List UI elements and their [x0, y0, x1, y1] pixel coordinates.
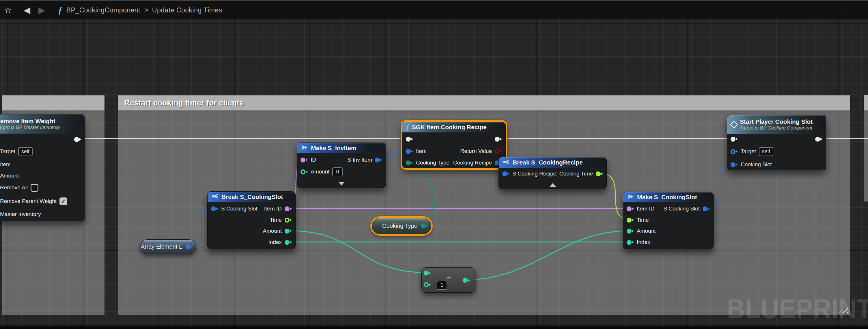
pin-tail-icon [411, 138, 413, 140]
pin-exec[interactable] [495, 137, 502, 142]
pin-s-cooking-slot[interactable] [211, 207, 218, 211]
wire[interactable] [465, 231, 630, 280]
node-start-player-cooking-slot[interactable]: Start Player Cooking SlotTarget is BP Co… [727, 115, 826, 170]
node-sgk-item-cooking-recipe[interactable]: fSGK Item Cooking RecipeItemReturn Value… [402, 122, 506, 168]
wire[interactable] [408, 162, 434, 226]
node-int-subtract[interactable]: 1 [422, 268, 475, 293]
collapse-down-icon[interactable] [338, 182, 345, 186]
node-subtitle: Target is BP Master Inventory [0, 125, 60, 130]
pin-time[interactable] [627, 218, 634, 223]
pin-s-inv-item[interactable] [375, 158, 382, 163]
toolbar-divider [18, 4, 18, 17]
node-remove-item-weight[interactable]: fRemove Item WeightTarget is BP Master I… [0, 114, 85, 221]
pin-value-box[interactable]: self [759, 147, 773, 156]
function-icon: f [406, 123, 409, 132]
pin-circle-icon [406, 161, 411, 165]
pin-tail-icon [429, 283, 431, 286]
pin-circle-icon [463, 278, 468, 283]
pin-item[interactable] [406, 149, 413, 154]
pin-row: Targetself [727, 146, 826, 157]
favorite-star-icon[interactable]: ☆ [0, 1, 16, 19]
pin-label: Remove All [0, 185, 28, 191]
node-break-s-cookingslot[interactable]: Break S_CookingSlotS Cooking SlotItem ID… [207, 191, 296, 249]
pin-cooking-time[interactable] [596, 171, 603, 176]
variable-pill-cooking-type[interactable]: Cooking Type [372, 218, 431, 234]
pin-circle-icon [421, 223, 426, 228]
pin-target[interactable] [731, 149, 738, 154]
pin-item-id[interactable] [627, 207, 634, 211]
pin-tail-icon [306, 170, 308, 173]
variable-pill-array-element[interactable]: Array Element L [140, 239, 196, 254]
pin-value-box[interactable]: self [18, 147, 33, 156]
pin-label: Amount [311, 168, 329, 175]
pin-label: Item ID [264, 205, 282, 212]
pin-circle-icon [424, 271, 429, 275]
pin-tail-icon [411, 161, 413, 164]
node-title: Make S_CookingSlot [637, 194, 697, 201]
pin-time[interactable] [285, 218, 292, 223]
pin-row: ItemReturn Value [402, 146, 505, 156]
pin-row: Remove Parent Weight✓ [0, 196, 85, 206]
forward-arrow-icon[interactable]: ▶ [34, 1, 49, 19]
pin-value-box[interactable]: 0 [332, 167, 343, 176]
pin-index[interactable] [285, 240, 292, 245]
pin-tail-icon [820, 138, 823, 140]
pin-tail-icon [601, 172, 603, 175]
pin-id[interactable] [301, 158, 308, 163]
pin-circle-icon [731, 137, 736, 142]
blueprint-graph-canvas[interactable]: Restart cooking timer for clientsfRemove… [0, 0, 868, 329]
wire[interactable] [289, 231, 427, 273]
pin-tail-icon [290, 229, 292, 232]
pin-tail-icon [290, 241, 292, 244]
pin-label: Return Value [460, 148, 492, 155]
pin-subtract-input-b[interactable] [424, 282, 431, 287]
node-header: Break S_CookingSlot [208, 192, 295, 202]
pin-array-element-l[interactable] [186, 244, 193, 249]
pin-label: Time [637, 217, 649, 223]
collapse-up-icon[interactable] [550, 183, 556, 187]
checkbox-unchecked[interactable] [31, 184, 38, 192]
pin-circle-icon [731, 149, 736, 154]
pin-row: Index [623, 237, 713, 247]
minus-operator-icon [446, 277, 451, 278]
node-make-s-invitem[interactable]: Make S_InvItemIDS Inv ItemAmount0 [297, 142, 386, 188]
pin-cooking-type[interactable] [421, 223, 428, 228]
pin-amount[interactable] [301, 169, 308, 174]
pin-circle-icon [301, 158, 305, 163]
pin-cooking-type[interactable] [406, 161, 413, 165]
node-make-s-cookingslot[interactable]: Make S_CookingSlotItem IDS Cooking SlotT… [623, 192, 714, 249]
pin-exec[interactable] [731, 137, 738, 142]
pin-return-value[interactable] [495, 149, 502, 154]
breadcrumb-root[interactable]: BP_CookingComponent [66, 6, 140, 14]
break-struct-icon [503, 159, 510, 166]
checkbox-checked[interactable]: ✓ [59, 197, 67, 205]
back-arrow-icon[interactable]: ◀ [20, 1, 34, 19]
pin-exec[interactable] [815, 137, 823, 142]
pin-subtract-output[interactable] [463, 278, 470, 283]
pin-circle-icon [596, 171, 601, 176]
breadcrumb-current[interactable]: Update Cooking Times [152, 6, 222, 14]
pill-label: Cooking Type [382, 223, 417, 229]
pin-s-cooking-recipe[interactable] [502, 171, 509, 176]
pin-exec[interactable] [74, 137, 82, 142]
pin-index[interactable] [627, 240, 634, 245]
node-header: fRemove Item WeightTarget is BP Master I… [0, 114, 85, 134]
pin-circle-icon [627, 207, 631, 211]
node-break-s-cookingrecipe[interactable]: Break S_CookingRecipeS Cooking RecipeCoo… [498, 157, 607, 189]
pin-circle-icon [301, 169, 305, 174]
pin-tail-icon [500, 138, 502, 140]
window-top-edge [0, 0, 868, 1]
pin-label: Cooking Slot [741, 161, 772, 168]
pin-amount[interactable] [627, 229, 634, 234]
pin-item-id[interactable] [285, 207, 292, 211]
node-subtitle: Target is BP Cooking Component [740, 125, 813, 131]
pin-s-cooking-slot[interactable] [703, 207, 710, 211]
pin-subtract-input-a[interactable] [424, 271, 431, 275]
pin-exec[interactable] [406, 137, 413, 142]
pin-value-box[interactable]: 1 [437, 281, 447, 290]
pin-cooking-slot[interactable] [731, 162, 738, 167]
pin-row: Cooking TypeCooking Recipe [402, 158, 505, 168]
node-header: fSGK Item Cooking Recipe [402, 122, 505, 132]
pin-amount[interactable] [285, 229, 292, 234]
pill-label: Array Element L [141, 243, 182, 250]
